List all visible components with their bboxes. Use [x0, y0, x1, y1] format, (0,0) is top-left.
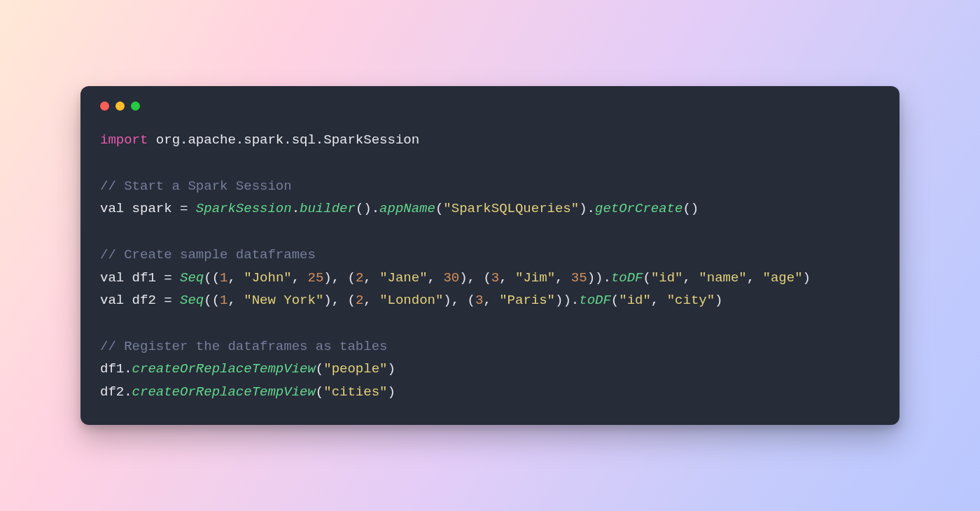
- code-token-pl: (: [316, 361, 323, 377]
- code-token-str: "city": [667, 293, 715, 308]
- maximize-icon[interactable]: [131, 102, 140, 111]
- code-token-str: "London": [379, 293, 443, 308]
- code-token-num: 30: [443, 270, 459, 286]
- code-token-pl: org.apache.spark.sql.SparkSession: [148, 132, 419, 148]
- code-token-pl: ((: [204, 293, 220, 308]
- code-token-pl: ,: [363, 293, 379, 308]
- code-token-fn: Seq: [180, 270, 204, 286]
- code-block: import org.apache.spark.sql.SparkSession…: [100, 129, 880, 403]
- minimize-icon[interactable]: [115, 102, 125, 111]
- code-token-num: 2: [356, 293, 363, 308]
- code-token-str: "Paris": [499, 293, 555, 308]
- code-token-pl: df1.: [100, 361, 132, 377]
- code-token-num: 35: [571, 270, 587, 286]
- code-token-str: "cities": [323, 384, 387, 400]
- code-token-pl: ().: [356, 201, 379, 216]
- code-token-pl: ,: [555, 270, 571, 286]
- code-token-str: "Jim": [515, 270, 555, 286]
- code-token-pl: ), (: [323, 270, 356, 286]
- code-token-pl: ): [715, 293, 722, 308]
- code-token-pl: ,: [683, 270, 699, 286]
- code-token-pl: (: [435, 201, 443, 216]
- code-token-pl: val df1 =: [100, 270, 180, 286]
- window-traffic-lights: [100, 102, 880, 111]
- code-token-str: "name": [699, 270, 746, 286]
- code-token-str: "John": [244, 270, 291, 286]
- code-token-fn: toDF: [579, 293, 611, 308]
- code-token-pl: df2.: [100, 384, 132, 400]
- code-token-pl: (): [682, 201, 699, 216]
- code-token-pl: ), (: [443, 293, 475, 308]
- code-token-cmt: // Create sample dataframes: [100, 247, 316, 262]
- code-token-pl: (: [611, 293, 619, 308]
- code-token-pl: ): [387, 384, 395, 400]
- code-token-pl: ,: [292, 270, 308, 286]
- code-token-pl: (: [643, 270, 651, 286]
- code-token-pl: ,: [227, 293, 244, 308]
- code-token-str: "id": [651, 270, 683, 286]
- code-token-fn: SparkSession: [196, 201, 292, 216]
- code-token-str: "people": [323, 361, 387, 377]
- code-token-num: 1: [220, 293, 227, 308]
- code-token-str: "Jane": [379, 270, 427, 286]
- code-token-cmt: // Register the dataframes as tables: [100, 339, 387, 354]
- code-token-pl: ), (: [323, 293, 356, 308]
- code-token-num: 3: [475, 293, 483, 308]
- code-token-str: "id": [619, 293, 651, 308]
- code-token-pl: (: [316, 384, 323, 400]
- code-token-pl: ).: [579, 201, 595, 216]
- code-window: import org.apache.spark.sql.SparkSession…: [80, 86, 899, 424]
- code-token-fn: getOrCreate: [595, 201, 682, 216]
- code-token-pl: ,: [227, 270, 244, 286]
- code-token-cmt: // Start a Spark Session: [100, 178, 292, 194]
- code-token-num: 1: [220, 270, 227, 286]
- code-token-pl: ,: [747, 270, 763, 286]
- code-token-fn: createOrReplaceTempView: [132, 361, 316, 377]
- close-icon[interactable]: [100, 102, 109, 111]
- code-token-str: "SparkSQLQueries": [443, 201, 579, 216]
- code-token-kw: import: [100, 132, 148, 148]
- code-token-fn: builder: [300, 201, 356, 216]
- code-token-pl: )).: [587, 270, 611, 286]
- code-token-pl: ), (: [459, 270, 491, 286]
- code-token-fn: appName: [379, 201, 435, 216]
- code-token-pl: ): [387, 361, 395, 377]
- code-token-pl: val spark =: [100, 201, 196, 216]
- code-token-pl: .: [292, 201, 300, 216]
- code-token-fn: Seq: [180, 293, 204, 308]
- code-token-pl: )).: [555, 293, 579, 308]
- code-token-str: "age": [763, 270, 803, 286]
- code-token-pl: ): [803, 270, 811, 286]
- code-token-num: 25: [308, 270, 324, 286]
- code-token-fn: createOrReplaceTempView: [132, 384, 316, 400]
- code-token-pl: ,: [483, 293, 499, 308]
- code-token-str: "New York": [244, 293, 323, 308]
- code-token-fn: toDF: [611, 270, 643, 286]
- code-token-pl: ,: [499, 270, 515, 286]
- code-token-pl: ,: [363, 270, 379, 286]
- code-token-num: 3: [491, 270, 499, 286]
- code-token-num: 2: [356, 270, 363, 286]
- code-token-pl: ((: [204, 270, 220, 286]
- code-token-pl: val df2 =: [100, 293, 180, 308]
- code-token-pl: ,: [428, 270, 444, 286]
- code-token-pl: ,: [651, 293, 667, 308]
